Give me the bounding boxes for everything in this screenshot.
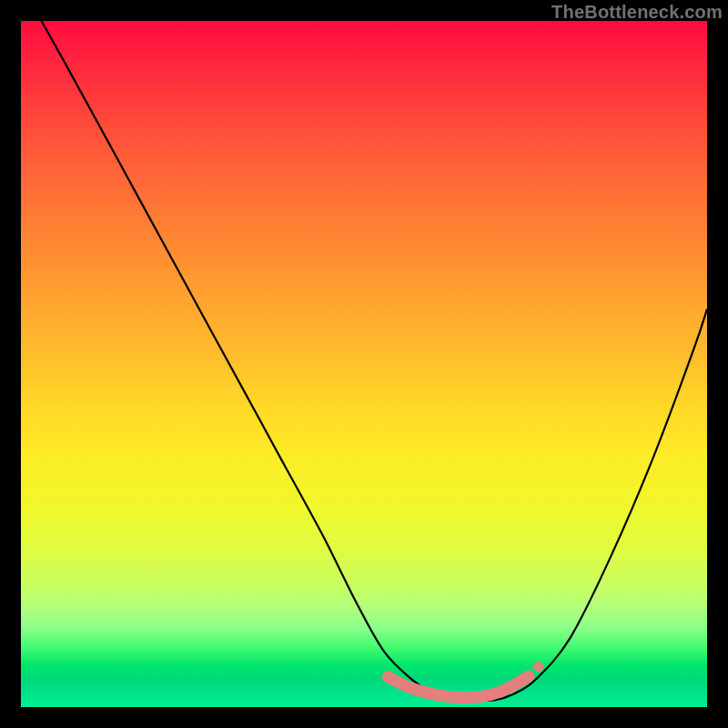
curve-group: [42, 21, 707, 701]
watermark-text: TheBottleneck.com: [551, 2, 723, 23]
valley-end-dot: [533, 662, 543, 672]
valley-overlay: [388, 676, 529, 697]
chart-plot-area: [21, 21, 707, 707]
bottleneck-curve: [42, 21, 707, 701]
chart-svg: [21, 21, 707, 707]
chart-frame: TheBottleneck.com: [0, 0, 728, 728]
